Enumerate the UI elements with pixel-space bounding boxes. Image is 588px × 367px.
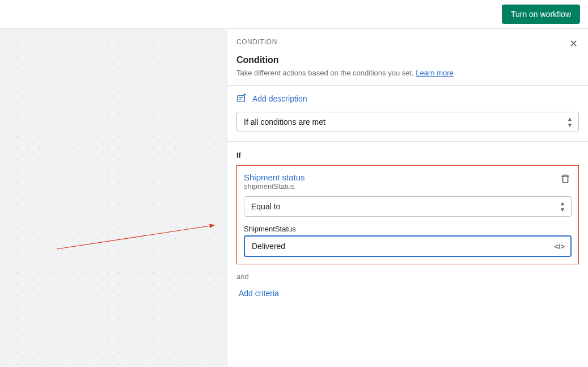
value-field-label: ShipmentStatus bbox=[244, 225, 572, 233]
select-caret-icon: ▲▼ bbox=[567, 116, 573, 128]
condition-mode-select[interactable]: If all conditions are met ▲▼ bbox=[236, 112, 579, 132]
select-caret-icon: ▲▼ bbox=[560, 201, 565, 213]
panel-header: CONDITION ✕ Condition Take different act… bbox=[227, 29, 588, 86]
criteria-highlight-box: Shipment status shipmentStatus Equal to … bbox=[236, 165, 579, 264]
if-label: If bbox=[236, 151, 579, 159]
canvas-dot-grid bbox=[0, 29, 227, 367]
close-button[interactable]: ✕ bbox=[566, 37, 580, 50]
criteria-header: Shipment status shipmentStatus bbox=[244, 172, 572, 191]
add-description-link[interactable]: Add description bbox=[252, 94, 307, 103]
svg-rect-1 bbox=[0, 29, 227, 367]
condition-mode-wrapper: If all conditions are met ▲▼ bbox=[227, 112, 588, 142]
operator-value: Equal to bbox=[251, 202, 280, 211]
panel-title: Condition bbox=[236, 55, 579, 65]
criteria-field-key: shipmentStatus bbox=[244, 182, 305, 191]
panel-eyebrow: CONDITION bbox=[236, 38, 579, 46]
learn-more-link[interactable]: Learn more bbox=[416, 69, 453, 77]
add-criteria-link[interactable]: Add criteria bbox=[236, 288, 281, 299]
turn-on-workflow-button[interactable]: Turn on workflow bbox=[502, 5, 580, 24]
value-select[interactable]: Delivered </> bbox=[244, 235, 572, 257]
description-icon bbox=[236, 94, 247, 104]
svg-rect-4 bbox=[238, 96, 245, 102]
value-text: Delivered bbox=[252, 242, 285, 251]
code-icon: </> bbox=[554, 242, 565, 251]
trash-icon bbox=[560, 174, 570, 184]
operator-select[interactable]: Equal to ▲▼ bbox=[244, 196, 572, 217]
and-label: and bbox=[236, 272, 579, 281]
add-description-row[interactable]: Add description bbox=[227, 86, 588, 112]
condition-panel: CONDITION ✕ Condition Take different act… bbox=[227, 29, 588, 367]
workflow-canvas[interactable] bbox=[0, 29, 227, 367]
close-icon: ✕ bbox=[569, 37, 578, 50]
condition-body: If Shipment status shipmentStatus Equal … bbox=[227, 142, 588, 307]
condition-mode-value: If all conditions are met bbox=[244, 117, 325, 126]
delete-criteria-button[interactable] bbox=[559, 172, 572, 187]
topbar: Turn on workflow bbox=[0, 0, 588, 29]
panel-subtitle: Take different actions based on the cond… bbox=[236, 69, 579, 77]
criteria-field-link[interactable]: Shipment status bbox=[244, 172, 305, 182]
